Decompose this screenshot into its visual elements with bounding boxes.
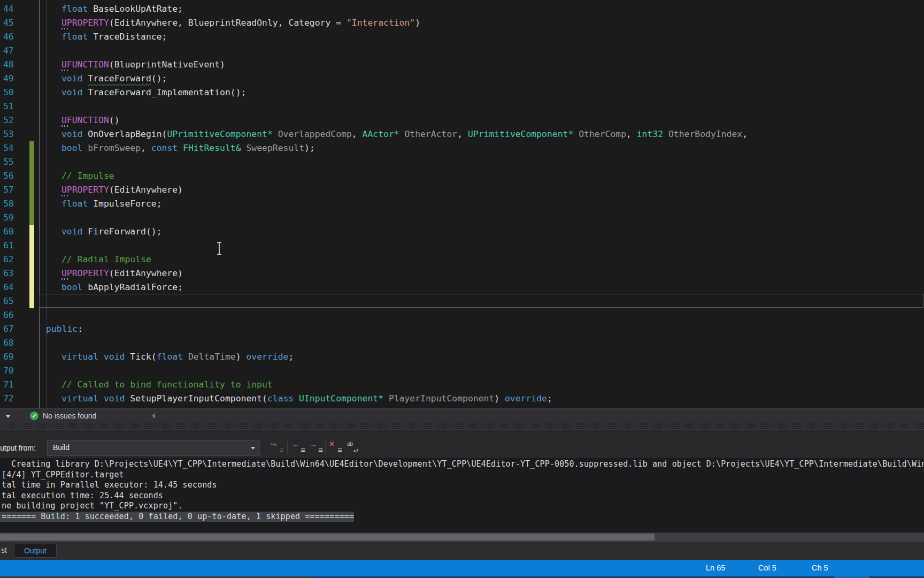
macro-expansion-dots-icon <box>61 195 68 196</box>
code-line-53[interactable]: 53void OnOverlapBegin(UPrimitiveComponen… <box>0 127 924 141</box>
toggle-word-wrap-icon[interactable]: ab↵ <box>346 441 360 455</box>
code-line-70[interactable]: 70 <box>0 364 924 378</box>
code-line-51[interactable]: 51 <box>0 100 924 113</box>
code-text: float BaseLookUpAtRate; <box>61 4 183 14</box>
output-line: ======= Build: 1 succeeded, 0 failed, 0 … <box>0 512 354 522</box>
code-line-48[interactable]: 48UFUNCTION(BlueprintNativeEvent) <box>0 58 924 72</box>
line-number: 47 <box>3 45 14 56</box>
line-number: 51 <box>3 101 14 111</box>
code-line-63[interactable]: 63UPROPERTY(EditAnywhere) <box>0 267 924 280</box>
toolbar-separator <box>325 442 326 454</box>
document-health-bar: ✓ No issues found <box>0 408 924 423</box>
output-line: tal execution time: 25.44 seconds <box>0 491 924 501</box>
code-line-57[interactable]: 57UPROPERTY(EditAnywhere) <box>0 183 924 197</box>
line-number: 54 <box>3 143 14 153</box>
code-line-68[interactable]: 68 <box>0 336 924 350</box>
check-circle-icon: ✓ <box>30 412 38 420</box>
code-line-44[interactable]: 44float BaseLookUpAtRate; <box>0 2 924 16</box>
status-bar: Ln 65 Col 5 Ch 5 <box>0 560 924 576</box>
code-line-50[interactable]: 50void TraceForward_Implementation(); <box>0 86 924 100</box>
mouse-ibeam-cursor <box>216 242 222 255</box>
code-line-61[interactable]: 61 <box>0 239 924 253</box>
code-line-45[interactable]: 45UPROPERTY(EditAnywhere, BlueprintReadO… <box>0 16 924 30</box>
code-line-52[interactable]: 52UFUNCTION() <box>0 113 924 127</box>
output-line: ne building project "YT_CPP.vcxproj". <box>0 501 924 512</box>
collapse-left-icon[interactable] <box>152 413 155 419</box>
line-number: 53 <box>3 129 14 139</box>
code-line-59[interactable]: 59 <box>0 211 924 225</box>
current-line-highlight <box>39 294 923 308</box>
output-line: [4/4] YT_CPPEditor.target <box>0 470 924 481</box>
code-line-49[interactable]: 49void TraceForward(); <box>0 72 924 86</box>
line-number: 72 <box>3 393 14 404</box>
code-text: // Impulse <box>61 171 114 181</box>
code-line-58[interactable]: 58float ImpulseForce; <box>0 197 924 211</box>
code-line-69[interactable]: 69virtual void Tick(float DeltaTime) ove… <box>0 350 924 364</box>
output-source-combobox[interactable]: Build <box>47 440 260 456</box>
line-number: 64 <box>3 282 14 292</box>
line-number: 69 <box>3 352 14 362</box>
line-number: 45 <box>3 18 14 28</box>
line-number: 52 <box>3 115 14 125</box>
status-column-indicator[interactable]: Col 5 <box>758 564 776 572</box>
macro-expansion-dots-icon <box>61 28 68 29</box>
toolbar-separator <box>287 442 288 454</box>
status-character-indicator[interactable]: Ch 5 <box>812 564 828 572</box>
output-line: Creating library D:\Projects\UE4\YT_CPP\… <box>0 459 924 470</box>
code-line-60[interactable]: 60void FireForward(); <box>0 225 924 239</box>
previous-message-icon[interactable]: ←≡ <box>292 441 306 455</box>
output-from-label: utput from: <box>0 444 36 452</box>
tab-error-list-partial[interactable]: st <box>1 546 7 554</box>
code-text: // Called to bind functionality to input <box>61 379 273 390</box>
code-line-67[interactable]: 67public: <box>0 322 924 336</box>
combobox-value: Build <box>53 443 70 452</box>
health-status-text: No issues found <box>43 412 96 420</box>
status-line-indicator[interactable]: Ln 65 <box>706 564 725 572</box>
code-text: void TraceForward(); <box>61 73 167 83</box>
line-number: 60 <box>3 226 14 237</box>
code-line-56[interactable]: 56// Impulse <box>0 169 924 183</box>
code-line-66[interactable]: 66 <box>0 308 924 322</box>
line-number: 59 <box>3 212 14 223</box>
macro-expansion-dots-icon <box>61 70 68 71</box>
scrollbar-thumb[interactable] <box>0 534 654 541</box>
code-text: UPROPERTY(EditAnywhere) <box>61 185 183 195</box>
find-message-in-code-icon[interactable]: ↪≡ <box>271 441 284 455</box>
clear-all-icon[interactable]: ✕≡ <box>329 441 343 455</box>
code-text: void TraceForward_Implementation(); <box>61 87 246 97</box>
code-line-46[interactable]: 46float TraceDistance; <box>0 30 924 44</box>
code-line-47[interactable]: 47 <box>0 44 924 58</box>
output-panel: utput from: Build ↪≡ ←≡ →≡ ✕≡ ab↵ <box>0 423 924 560</box>
code-text: UPROPERTY(EditAnywhere) <box>61 268 183 278</box>
code-text: void OnOverlapBegin(UPrimitiveComponent*… <box>61 129 748 139</box>
code-text: virtual void SetupPlayerInputComponent(c… <box>61 393 552 404</box>
code-line-71[interactable]: 71// Called to bind functionality to inp… <box>0 378 924 392</box>
line-number: 71 <box>3 379 14 390</box>
next-message-icon[interactable]: →≡ <box>310 441 324 455</box>
code-line-64[interactable]: 64bool bApplyRadialForce; <box>0 280 924 294</box>
code-line-54[interactable]: 54bool bFromSweep, const FHitResult& Swe… <box>0 141 924 155</box>
code-editor[interactable]: 44float BaseLookUpAtRate;45UPROPERTY(Edi… <box>0 0 924 408</box>
line-number: 44 <box>3 4 14 14</box>
horizontal-scrollbar[interactable] <box>0 533 924 542</box>
line-number: 57 <box>3 185 14 195</box>
tab-output[interactable]: Output <box>14 544 57 558</box>
output-toolbar: utput from: Build ↪≡ ←≡ →≡ ✕≡ ab↵ <box>0 430 924 458</box>
line-number: 48 <box>3 59 14 70</box>
chevron-down-icon[interactable] <box>5 415 11 418</box>
code-line-62[interactable]: 62// Radial Impulse <box>0 253 924 267</box>
code-text: // Radial Impulse <box>61 254 151 264</box>
code-text: bool bApplyRadialForce; <box>61 282 183 292</box>
line-number: 70 <box>3 366 14 376</box>
code-text: public: <box>46 324 83 334</box>
line-number: 63 <box>3 268 14 278</box>
line-number: 50 <box>3 87 14 97</box>
line-number: 55 <box>3 157 14 167</box>
code-line-55[interactable]: 55 <box>0 155 924 169</box>
output-log[interactable]: Creating library D:\Projects\UE4\YT_CPP\… <box>0 458 924 534</box>
code-text: float ImpulseForce; <box>61 199 162 209</box>
vs-window: 44float BaseLookUpAtRate;45UPROPERTY(Edi… <box>0 0 924 578</box>
chevron-down-icon[interactable] <box>251 447 255 450</box>
panel-splitter-handle[interactable] <box>0 423 924 430</box>
code-line-72[interactable]: 72virtual void SetupPlayerInputComponent… <box>0 392 924 406</box>
